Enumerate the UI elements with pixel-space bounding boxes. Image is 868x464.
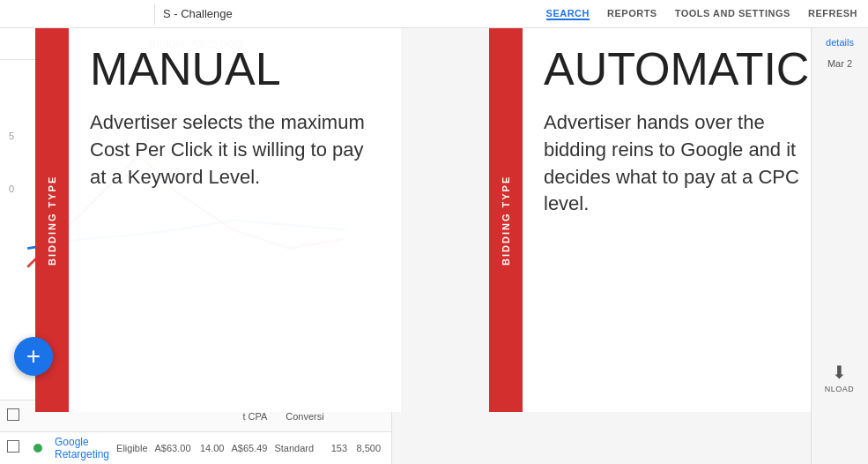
download-label: NLOAD xyxy=(825,385,855,393)
date-badge: Mar 2 xyxy=(827,58,852,69)
header-cpa: t CPA xyxy=(214,411,271,422)
right-sidebar: details Mar 2 ⬇ NLOAD xyxy=(811,28,868,464)
main-content: Budget: A$25.00/d 5 0 Fe xyxy=(0,28,868,464)
nav-reports[interactable]: REPORTS xyxy=(607,8,657,20)
chart-y-0: 0 xyxy=(9,183,14,194)
row-status: Eligible xyxy=(113,443,151,453)
budget-bar: Budget: A$25.00/d xyxy=(0,28,391,60)
auto-description: Advertiser hands over the bidding reins … xyxy=(544,109,809,218)
table-header: t CPA Conversi xyxy=(0,400,391,432)
row-conv: 14.00 xyxy=(195,443,228,453)
budget-label: Budget: A$25.00/d xyxy=(149,37,243,50)
row-dot-cell xyxy=(33,440,51,456)
download-area[interactable]: ⬇ NLOAD xyxy=(811,362,868,393)
automatic-panel: BIDDING TYPE AUTOMATIC Advertiser hands … xyxy=(489,28,824,412)
row-cpa: A$65.49 xyxy=(227,443,271,453)
page-title: S - Challenge xyxy=(163,7,233,20)
nav-refresh[interactable]: REFRESH xyxy=(808,8,857,20)
row-bid-strategy: Standard xyxy=(271,443,317,453)
table-row: Google Retargeting Eligible A$63.00 14.0… xyxy=(0,432,391,464)
left-area: Budget: A$25.00/d 5 0 Fe xyxy=(0,28,392,464)
nav-tools[interactable]: TOOLS AND SETTINGS xyxy=(675,8,790,20)
row-checkbox-cell xyxy=(7,440,33,456)
row-col2: 8,500 xyxy=(351,443,384,453)
header-checkbox-cell xyxy=(7,408,33,424)
nav-links: SEARCH REPORTS TOOLS AND SETTINGS REFRES… xyxy=(546,8,857,20)
nav-search[interactable]: SEARCH xyxy=(546,8,590,20)
chart-y-5: 5 xyxy=(9,131,14,141)
svg-text:Fe: Fe xyxy=(46,274,58,286)
auto-title: AUTOMATIC xyxy=(544,46,809,92)
row-col1: 153 xyxy=(317,443,351,453)
header-checkbox[interactable] xyxy=(7,408,19,421)
table-area: t CPA Conversi Google Retargeting Eligib… xyxy=(0,400,391,464)
auto-panel-content: AUTOMATIC Advertiser hands over the bidd… xyxy=(523,28,830,412)
row-cpc: A$63.00 xyxy=(152,443,195,453)
nav-divider xyxy=(154,4,155,25)
auto-bidding-tab: BIDDING TYPE xyxy=(489,28,523,412)
chart-area: 5 0 Fe xyxy=(0,60,391,342)
header-conv: Conversi xyxy=(271,411,327,422)
top-navigation: S - Challenge SEARCH REPORTS TOOLS AND S… xyxy=(0,0,868,28)
status-dot xyxy=(33,444,42,453)
row-checkbox[interactable] xyxy=(7,440,19,453)
details-link[interactable]: details xyxy=(826,37,854,48)
chart-svg: Fe xyxy=(9,86,382,298)
row-name[interactable]: Google Retargeting xyxy=(51,436,113,460)
download-icon: ⬇ xyxy=(832,362,848,383)
add-button[interactable]: + xyxy=(14,337,53,376)
